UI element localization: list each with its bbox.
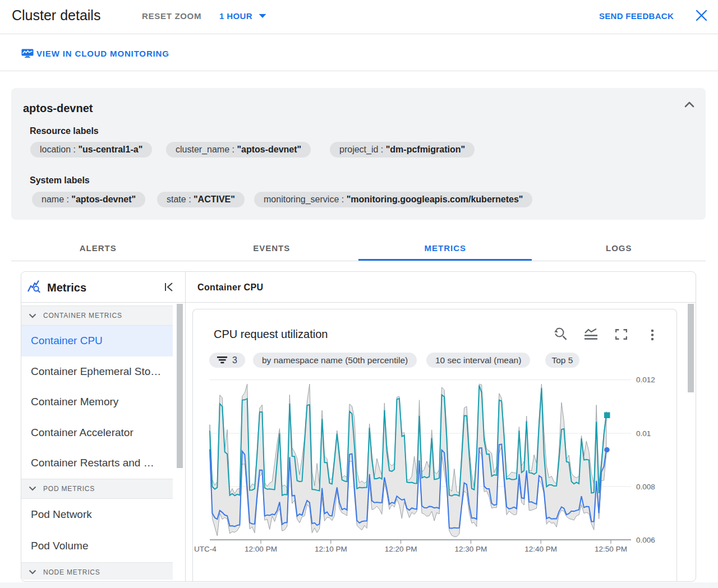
svg-text:0.006: 0.006 — [636, 536, 655, 544]
svg-text:12:00 PM: 12:00 PM — [245, 545, 277, 553]
svg-text:12:20 PM: 12:20 PM — [385, 545, 417, 553]
svg-text:0.01: 0.01 — [636, 429, 651, 438]
svg-text:0.008: 0.008 — [636, 483, 655, 491]
svg-text:12:40 PM: 12:40 PM — [524, 545, 557, 553]
svg-text:0.012: 0.012 — [636, 376, 655, 384]
svg-text:12:50 PM: 12:50 PM — [595, 545, 627, 553]
svg-text:UTC-4: UTC-4 — [194, 545, 217, 553]
svg-text:12:30 PM: 12:30 PM — [455, 545, 487, 553]
svg-text:12:10 PM: 12:10 PM — [315, 545, 347, 553]
